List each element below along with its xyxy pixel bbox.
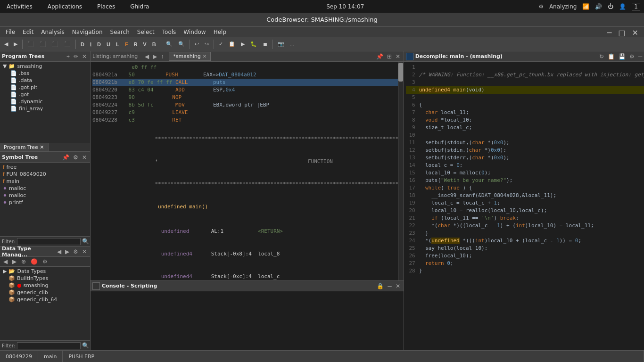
listing-tab-smashing[interactable]: *smashing ✕ xyxy=(169,52,211,61)
forward-btn[interactable]: ▶ xyxy=(11,40,20,49)
redo-btn[interactable]: ↪ xyxy=(202,40,211,49)
dt-filter-btn[interactable]: 🔍 xyxy=(81,342,91,349)
dt-toolbar-btn4[interactable]: 🔴 xyxy=(29,258,39,265)
dt-toolbar-btn1[interactable]: ◀ xyxy=(2,258,9,265)
sym-malloc-1[interactable]: ♦ malloc xyxy=(1,185,89,192)
nav-btn-4[interactable]: ⬛ xyxy=(62,40,73,49)
nav-btn-1[interactable]: ⬛ xyxy=(25,40,36,49)
tree-node-got[interactable]: 📄 .got xyxy=(1,91,89,98)
sym-printf[interactable]: ♦ printf xyxy=(1,199,89,206)
listing-content[interactable]: e0 ff ff 0804921a 50 PUSH EAX=>DAT_0804a… xyxy=(91,62,404,280)
console-min-btn[interactable]: ─ xyxy=(386,282,393,290)
dt-toolbar-btn5[interactable]: ⚙ xyxy=(41,258,49,265)
sym-fun08049020[interactable]: f FUN_08049020 xyxy=(1,171,89,178)
undo-btn[interactable]: ↩ xyxy=(192,40,201,49)
dt-node-smashing[interactable]: 📦 ● smashing xyxy=(1,282,89,289)
dt-node-generic-clib[interactable]: 📦 generic_clib xyxy=(1,289,89,296)
undefined-btn[interactable]: U xyxy=(104,40,113,49)
symbol-tree-pin-btn[interactable]: 📌 xyxy=(61,154,71,161)
tree-node-data[interactable]: 📄 .data xyxy=(1,77,89,84)
more-btn[interactable]: ... xyxy=(288,40,297,49)
dt-fwd-btn[interactable]: ▶ xyxy=(64,248,71,255)
apply-btn[interactable]: 📋 xyxy=(226,40,238,49)
asm-row-0804921a[interactable]: 0804921a 50 PUSH EAX=>DAT_0804a012 xyxy=(92,71,402,79)
dt-filter-input[interactable] xyxy=(17,342,81,349)
program-tree-edit-btn[interactable]: ✏ xyxy=(72,53,80,60)
console-content[interactable] xyxy=(91,291,404,350)
symbol-filter-btn[interactable]: 🔍 xyxy=(81,238,91,245)
console-close-btn[interactable]: ✕ xyxy=(394,282,402,290)
data-btn[interactable]: D xyxy=(95,40,103,49)
decompile-content[interactable]: 1 2 /* WARNING: Function: __x86.get_pc_t… xyxy=(404,62,644,350)
minimize-btn[interactable]: ─ xyxy=(605,28,614,37)
debug-btn[interactable]: 🐛 xyxy=(248,40,259,49)
dt-back-btn[interactable]: ◀ xyxy=(56,248,63,255)
disassemble-btn[interactable]: D xyxy=(78,40,87,49)
nav-btn-2[interactable]: ⬛ xyxy=(37,40,49,49)
tree-node-smashing[interactable]: ▼ 📁 smashing xyxy=(1,63,89,70)
listing-btn1[interactable]: ◀ xyxy=(143,53,150,60)
decompile-refresh-btn[interactable]: ↻ xyxy=(598,53,605,60)
stop-btn[interactable]: ⏹ xyxy=(260,40,270,49)
menu-help[interactable]: Help xyxy=(210,28,230,36)
sym-main[interactable]: f main xyxy=(1,178,89,185)
bookmark-btn[interactable]: B xyxy=(150,40,158,49)
tab-program-tree[interactable]: Program Tree ✕ xyxy=(0,143,49,151)
menu-navigation[interactable]: Navigation xyxy=(68,28,107,36)
tree-node-dynamic[interactable]: 📄 .dynamic xyxy=(1,98,89,105)
dt-close-btn[interactable]: ✕ xyxy=(81,248,88,255)
activities-btn[interactable]: Activities xyxy=(4,2,35,11)
listing-close-btn[interactable]: ✕ xyxy=(394,53,402,60)
settings-icon[interactable]: ⚙ xyxy=(538,3,544,10)
close-btn[interactable]: ✕ xyxy=(630,28,640,37)
sym-free[interactable]: f free xyxy=(1,164,89,171)
dt-node-generic-clib-64[interactable]: 📦 generic_clib_64 xyxy=(1,296,89,303)
listing-btn3[interactable]: ↑ xyxy=(159,53,165,60)
listing-snap-btn[interactable]: 📌 xyxy=(375,53,385,60)
asm-row-08049220[interactable]: 08049220 83 c4 04 ADD ESP,0x4 xyxy=(92,86,402,94)
decompile-min-btn[interactable]: ─ xyxy=(637,53,644,60)
import-btn[interactable]: I xyxy=(88,40,94,49)
applications-btn[interactable]: Applications xyxy=(45,2,85,11)
dt-toolbar-btn2[interactable]: ▶ xyxy=(11,258,18,265)
dt-node-datatypes[interactable]: ▶ 📂 Data Types xyxy=(1,268,89,275)
asm-row-08049228[interactable]: 08049228 c3 RET xyxy=(92,116,402,124)
back-btn[interactable]: ◀ xyxy=(2,40,10,49)
ref-btn[interactable]: R xyxy=(131,40,140,49)
dt-node-builtin[interactable]: 📦 BuiltInTypes xyxy=(1,275,89,282)
listing-btn2[interactable]: ▶ xyxy=(151,53,158,60)
places-btn[interactable]: Places xyxy=(94,2,118,11)
decompile-copy-btn[interactable]: 📋 xyxy=(606,53,616,60)
listing-tab-close[interactable]: ✕ xyxy=(203,54,206,59)
listing-scroll-thumb[interactable] xyxy=(398,63,403,82)
search-mem-btn[interactable]: 🔍 xyxy=(164,40,175,49)
sym-malloc-2[interactable]: ♦ malloc xyxy=(1,192,89,199)
program-tree-add-btn[interactable]: + xyxy=(65,53,71,60)
nav-btn-3[interactable]: ⬛ xyxy=(50,40,61,49)
ghidra-btn[interactable]: Ghidra xyxy=(127,2,152,11)
menu-select[interactable]: Select xyxy=(133,28,158,36)
maximize-btn[interactable]: □ xyxy=(616,28,627,37)
func-btn[interactable]: F xyxy=(123,40,131,49)
run-btn[interactable]: ▶ xyxy=(239,40,247,49)
decompile-cfg-btn[interactable]: ⚙ xyxy=(628,53,636,60)
symbol-filter-input[interactable] xyxy=(17,238,81,245)
menu-tools[interactable]: Tools xyxy=(158,28,180,36)
asm-row-08049224[interactable]: 08049224 8b 5d fc MOV EBX,dword ptr [EBP xyxy=(92,101,402,109)
dt-cfg-btn[interactable]: ⚙ xyxy=(72,248,80,255)
menu-window[interactable]: Window xyxy=(180,28,209,36)
asm-row-08049227[interactable]: 08049227 c9 LEAVE xyxy=(92,109,402,116)
tree-node-fini[interactable]: 📄 fini_array xyxy=(1,105,89,112)
console-lock-btn[interactable]: 🔒 xyxy=(375,282,385,290)
search-str-btn[interactable]: 🔍 xyxy=(176,40,187,49)
symbol-tree-cfg-btn[interactable]: ⚙ xyxy=(72,154,80,161)
asm-row-08049223[interactable]: 08049223 90 NOP xyxy=(92,94,402,101)
tree-node-bss[interactable]: 📄 .bss xyxy=(1,70,89,77)
code-line-4[interactable]: 4 undefined4 main(void) xyxy=(406,86,644,94)
label-btn[interactable]: L xyxy=(114,40,122,49)
menu-edit[interactable]: Edit xyxy=(19,28,37,36)
symbol-tree-close-btn[interactable]: ✕ xyxy=(81,154,88,161)
asm-row-0804921b[interactable]: 0804921b e8 70 fe ff ff CALL puts xyxy=(92,79,402,86)
listing-scrollbar[interactable] xyxy=(398,62,404,280)
menu-analysis[interactable]: Analysis xyxy=(37,28,68,36)
